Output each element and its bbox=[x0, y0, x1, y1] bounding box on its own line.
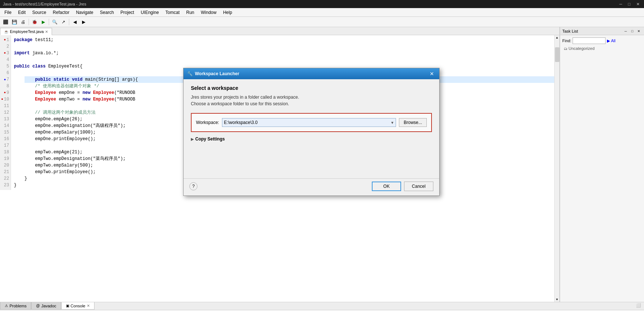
line-num: 13 bbox=[1, 116, 9, 123]
task-maximize-btn[interactable]: □ bbox=[629, 28, 635, 34]
dialog-body: Select a workspace Jres stores your proj… bbox=[184, 79, 439, 149]
dialog-description: Jres stores your projects in a folder ca… bbox=[191, 94, 432, 107]
toolbar-new[interactable]: ⬛ bbox=[1, 18, 10, 26]
line-num: 15 bbox=[1, 129, 9, 136]
scrollbar-vertical[interactable]: ▲ ▼ bbox=[554, 35, 559, 302]
line-num: 4 bbox=[1, 56, 9, 63]
tab-close-btn[interactable]: ✕ bbox=[45, 30, 48, 34]
uncategorized-item[interactable]: 🗂 Uncategorized bbox=[562, 45, 642, 51]
maximize-btn[interactable]: □ bbox=[626, 2, 632, 7]
dialog-desc-line2: Choose a workspace folder to use for thi… bbox=[191, 101, 289, 106]
line-num: 22 bbox=[1, 175, 9, 182]
toolbar-debug[interactable]: 🐞 bbox=[30, 18, 38, 26]
dialog-title-text: Workspace Launcher bbox=[195, 71, 239, 76]
line-num: 5 bbox=[1, 63, 9, 70]
find-all-link[interactable]: ▶ All bbox=[607, 39, 615, 43]
scroll-up-arrow[interactable]: ▲ bbox=[555, 35, 559, 40]
scroll-track[interactable] bbox=[555, 40, 559, 297]
console-expand-btn[interactable]: ⬜ bbox=[633, 302, 644, 308]
toolbar-back[interactable]: ◀ bbox=[71, 18, 79, 26]
dialog-titlebar: 🔧 Workspace Launcher ✕ bbox=[184, 68, 439, 79]
tab-console-label: Console bbox=[71, 304, 85, 308]
ok-button[interactable]: OK bbox=[372, 182, 401, 191]
close-btn[interactable]: ✕ bbox=[635, 2, 641, 7]
editor-tab-employeetest[interactable]: ☕ EmployeeTest.java ✕ bbox=[0, 28, 52, 35]
line-num: 12 bbox=[1, 109, 9, 116]
task-list-body: Find: ▶ All 🗂 Uncategorized bbox=[560, 35, 644, 53]
bottom-area: ⚠ Problems @ Javadoc ▣ Console ✕ ⬜ bbox=[0, 302, 644, 318]
task-close-btn[interactable]: ✕ bbox=[636, 28, 642, 34]
task-list-title: Task List bbox=[562, 29, 578, 33]
dialog-close-button[interactable]: ✕ bbox=[428, 70, 436, 77]
tab-javadoc[interactable]: @ Javadoc bbox=[31, 302, 61, 310]
line-num: 19 bbox=[1, 156, 9, 162]
line-num: ●1 bbox=[1, 37, 9, 43]
menu-window[interactable]: Window bbox=[198, 9, 219, 16]
javadoc-icon: @ bbox=[36, 304, 40, 308]
menu-tomcat[interactable]: Tomcat bbox=[163, 9, 183, 16]
toolbar-forward[interactable]: ▶ bbox=[79, 18, 88, 26]
dialog-heading: Select a workspace bbox=[191, 85, 432, 91]
workspace-row: Workspace: E:\workspace\3.0 ▼ Browse... bbox=[191, 113, 432, 132]
menu-run[interactable]: Run bbox=[183, 9, 197, 16]
browse-button[interactable]: Browse... bbox=[399, 118, 427, 127]
line-num: 6 bbox=[1, 70, 9, 76]
dialog-icon: 🔧 bbox=[187, 71, 193, 76]
toolbar-search[interactable]: 🔍 bbox=[51, 18, 59, 26]
line-num: 23 bbox=[1, 182, 9, 189]
line-num: 14 bbox=[1, 123, 9, 129]
line-num: 2 bbox=[1, 43, 9, 50]
minimize-btn[interactable]: ─ bbox=[618, 2, 624, 7]
workspace-dropdown[interactable]: E:\workspace\3.0 ▼ bbox=[222, 118, 396, 127]
problems-icon: ⚠ bbox=[5, 304, 8, 308]
menu-edit[interactable]: Edit bbox=[15, 9, 29, 16]
task-list-controls: ─ □ ✕ bbox=[623, 28, 642, 34]
copy-settings-section[interactable]: ▶ Copy Settings bbox=[191, 135, 432, 143]
find-row: Find: ▶ All bbox=[562, 37, 642, 44]
workspace-dialog: 🔧 Workspace Launcher ✕ Select a workspac… bbox=[183, 68, 440, 196]
line-num: 21 bbox=[1, 169, 9, 175]
title-controls: ─ □ ✕ bbox=[618, 2, 641, 7]
task-minimize-btn[interactable]: ─ bbox=[623, 28, 629, 34]
menu-navigate[interactable]: Navigate bbox=[73, 9, 96, 16]
console-close-btn[interactable]: ✕ bbox=[87, 304, 90, 308]
menu-uiengine[interactable]: UIEngine bbox=[138, 9, 162, 16]
tab-label: EmployeeTest.java bbox=[10, 29, 44, 34]
line-num: 17 bbox=[1, 142, 9, 149]
menu-refactor[interactable]: Refactor bbox=[50, 9, 72, 16]
toolbar-run[interactable]: ▶ bbox=[39, 18, 47, 26]
workspace-value: E:\workspace\3.0 bbox=[224, 120, 258, 125]
toolbar-sep-1 bbox=[29, 19, 29, 25]
line-num: ●10 bbox=[1, 96, 9, 103]
dialog-desc-line1: Jres stores your projects in a folder ca… bbox=[191, 95, 299, 100]
menu-source[interactable]: Source bbox=[29, 9, 49, 16]
task-list-header: Task List ─ □ ✕ bbox=[560, 27, 644, 35]
tab-problems[interactable]: ⚠ Problems bbox=[0, 302, 31, 310]
bottom-tabs: ⚠ Problems @ Javadoc ▣ Console ✕ ⬜ bbox=[0, 302, 644, 310]
toolbar-ref[interactable]: ↗ bbox=[59, 18, 67, 26]
dialog-footer: ? OK Cancel bbox=[184, 178, 439, 195]
tab-problems-label: Problems bbox=[10, 304, 26, 308]
menu-project[interactable]: Project bbox=[118, 9, 137, 16]
dialog-title-left: 🔧 Workspace Launcher bbox=[187, 71, 239, 76]
tab-icon: ☕ bbox=[4, 30, 8, 34]
cancel-button[interactable]: Cancel bbox=[404, 182, 433, 191]
line-num: 18 bbox=[1, 149, 9, 156]
toolbar-print[interactable]: 🖨 bbox=[19, 18, 27, 26]
toolbar: ⬛ 💾 🖨 🐞 ▶ 🔍 ↗ ◀ ▶ bbox=[0, 17, 644, 27]
copy-settings-label: Copy Settings bbox=[195, 136, 225, 142]
menu-search[interactable]: Search bbox=[97, 9, 117, 16]
line-num: 16 bbox=[1, 136, 9, 142]
scroll-thumb[interactable] bbox=[555, 47, 559, 62]
line-num: ◆7 bbox=[1, 76, 9, 83]
menu-help[interactable]: Help bbox=[220, 9, 235, 16]
help-button[interactable]: ? bbox=[189, 182, 197, 190]
find-input[interactable] bbox=[573, 37, 606, 44]
scroll-down-arrow[interactable]: ▼ bbox=[555, 297, 559, 302]
menu-file[interactable]: File bbox=[1, 9, 14, 16]
title-text: Java - test/src/test11/EmployeeTest.java… bbox=[3, 2, 86, 6]
tab-console[interactable]: ▣ Console ✕ bbox=[61, 302, 95, 310]
toolbar-sep-3 bbox=[69, 19, 69, 25]
line-num: ●3 bbox=[1, 50, 9, 56]
toolbar-save[interactable]: 💾 bbox=[10, 18, 18, 26]
